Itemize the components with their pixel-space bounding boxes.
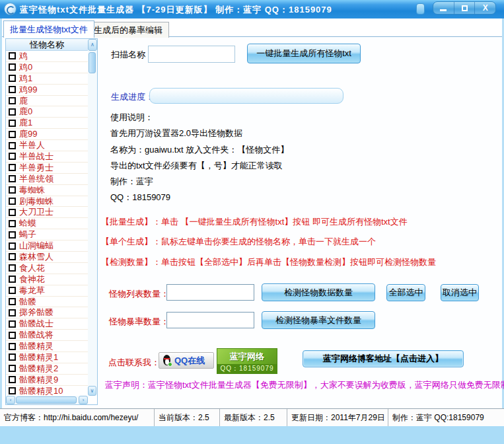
monster-checkbox[interactable] [9, 242, 16, 250]
monster-checkbox[interactable] [9, 343, 16, 350]
declaration-text: 蓝宇声明：蓝宇怪物txt文件批量生成器【免费无限制】，大家不要误解为收费版，蓝宇… [105, 379, 501, 391]
list-item[interactable]: 半兽战士 [6, 151, 88, 163]
lanyu-network-badge[interactable]: 蓝宇网络 QQ：18159079 [217, 348, 277, 374]
monster-checkbox[interactable] [9, 298, 16, 305]
monster-list-header[interactable]: 怪物名称 [6, 39, 88, 51]
list-item[interactable]: 森林雪人 [6, 252, 88, 263]
monster-checkbox[interactable] [9, 97, 16, 104]
list-item[interactable]: 骷髅 [6, 297, 88, 308]
monster-checkbox[interactable] [9, 231, 16, 239]
list-item[interactable]: 毒龙草 [6, 285, 88, 297]
monster-name: 骷髅战士 [19, 318, 54, 330]
vertical-scrollbar-thumb[interactable] [89, 52, 96, 73]
list-item[interactable]: 食人花 [6, 263, 88, 274]
monster-checkbox[interactable] [9, 220, 16, 227]
list-item[interactable]: 鹿 [6, 96, 88, 107]
tab-batch-generate[interactable]: 批量生成怪物txt文件 [3, 20, 94, 38]
list-item[interactable]: 半兽勇士 [6, 163, 88, 174]
monster-checkbox[interactable] [9, 253, 16, 260]
horizontal-scrollbar-thumb[interactable] [16, 396, 77, 404]
monster-checkbox[interactable] [9, 142, 16, 149]
list-item[interactable]: 鹿1 [6, 118, 88, 129]
list-item[interactable]: 半兽统领 [6, 174, 88, 185]
monster-checkbox[interactable] [9, 353, 16, 361]
check-monster-data-count-button[interactable]: 检测怪物数据数量 [262, 283, 375, 301]
monster-checkbox[interactable] [9, 75, 16, 82]
scroll-right-button[interactable]: › [79, 396, 88, 404]
monster-checkbox[interactable] [9, 209, 16, 216]
monster-checkbox[interactable] [9, 52, 16, 59]
monster-checkbox[interactable] [9, 309, 16, 316]
monster-checkbox[interactable] [9, 131, 16, 138]
monster-checkbox[interactable] [9, 387, 16, 394]
scan-name-input[interactable] [148, 46, 235, 63]
list-item[interactable]: 鸡0 [6, 62, 88, 73]
list-item[interactable]: 骷髅精灵9 [6, 375, 88, 386]
monster-checkbox[interactable] [9, 320, 16, 328]
monster-list-panel: 怪物名称 ∧ 鸡 鸡0 鸡1 [5, 38, 98, 405]
list-item[interactable]: 骷髅精灵 [6, 341, 88, 352]
blog-address-button[interactable]: 蓝宇网络博客地址【点击进入】 [303, 350, 464, 367]
monster-checkbox[interactable] [9, 376, 16, 383]
monster-checkbox[interactable] [9, 186, 16, 194]
skin-icon[interactable] [416, 3, 425, 15]
list-item[interactable]: 半兽人 [6, 140, 88, 151]
monster-name: 骷髅精灵1 [19, 352, 58, 363]
check-rate-file-count-button[interactable]: 检测怪物暴率文件数量 [262, 311, 375, 329]
list-item[interactable]: 鸡1 [6, 73, 88, 85]
scroll-left-icon: ‹ [10, 398, 12, 403]
monster-checkbox[interactable] [9, 63, 16, 71]
monster-checkbox[interactable] [9, 108, 16, 116]
monster-name: 半兽人 [19, 139, 45, 151]
close-button[interactable]: X [475, 2, 495, 14]
monster-checkbox[interactable] [9, 276, 16, 283]
list-item[interactable]: 骷髅精灵1 [6, 352, 88, 363]
scroll-down-button[interactable]: ∨ [88, 386, 96, 396]
monster-name: 骷髅精灵2 [19, 363, 58, 375]
list-item[interactable]: 鹿99 [6, 129, 88, 140]
deselect-button[interactable]: 取消选中 [441, 284, 479, 301]
tab-rate-edit[interactable]: 生成后的暴率编辑 [87, 22, 169, 38]
horizontal-scrollbar[interactable]: ‹ › [6, 396, 88, 404]
monster-checkbox[interactable] [9, 120, 16, 127]
monster-checkbox[interactable] [9, 287, 16, 294]
monster-checkbox[interactable] [9, 365, 16, 372]
select-all-button[interactable]: 全部选中 [386, 284, 425, 301]
list-item[interactable]: 骷髅战将 [6, 330, 88, 341]
monster-name: 鹿1 [19, 117, 32, 129]
monster-name: 山洞蝙蝠 [19, 240, 54, 252]
monster-checkbox[interactable] [9, 153, 16, 160]
monster-checkbox[interactable] [9, 175, 16, 182]
scroll-up-button[interactable]: ∧ [88, 39, 97, 51]
monster-rate-count-input[interactable] [166, 312, 254, 328]
usage-line: 导出的txt文件必须要有【，号】才能正常读取 [110, 160, 283, 172]
monster-name: 骷髅战将 [19, 329, 54, 341]
monster-list-count-input[interactable] [166, 284, 254, 301]
monster-checkbox[interactable] [9, 332, 16, 339]
list-item[interactable]: 大刀卫士 [6, 207, 88, 218]
list-item[interactable]: 骷髅精灵10 [6, 386, 88, 396]
list-item[interactable]: 食神花 [6, 274, 88, 285]
list-item[interactable]: 山洞蝙蝠 [6, 240, 88, 252]
monster-checkbox[interactable] [9, 264, 16, 272]
list-item[interactable]: 毒蜘蛛 [6, 185, 88, 196]
maximize-button[interactable] [454, 2, 476, 14]
list-item[interactable]: 蛤蟆 [6, 218, 88, 229]
vertical-scrollbar[interactable]: ∨ [88, 51, 97, 396]
list-item[interactable]: 骷髅精灵2 [6, 363, 88, 375]
generate-all-button[interactable]: 一键批量生成所有怪物txt [247, 44, 361, 63]
minimize-button[interactable] [433, 2, 454, 14]
scroll-left-button[interactable]: ‹ [6, 396, 15, 404]
list-item[interactable]: 蝎子 [6, 229, 88, 240]
list-item[interactable]: 鸡99 [6, 85, 88, 96]
list-item[interactable]: 剧毒蜘蛛 [6, 196, 88, 207]
qq-penguin-icon [162, 355, 172, 367]
list-item[interactable]: 骷髅战士 [6, 318, 88, 330]
list-item[interactable]: 鹿0 [6, 106, 88, 118]
monster-checkbox[interactable] [9, 198, 16, 205]
list-item[interactable]: 鸡 [6, 51, 88, 62]
monster-checkbox[interactable] [9, 164, 16, 171]
monster-checkbox[interactable] [9, 86, 16, 93]
list-item[interactable]: 掷斧骷髅 [6, 307, 88, 318]
qq-online-badge[interactable]: QQ在线 [159, 352, 214, 369]
